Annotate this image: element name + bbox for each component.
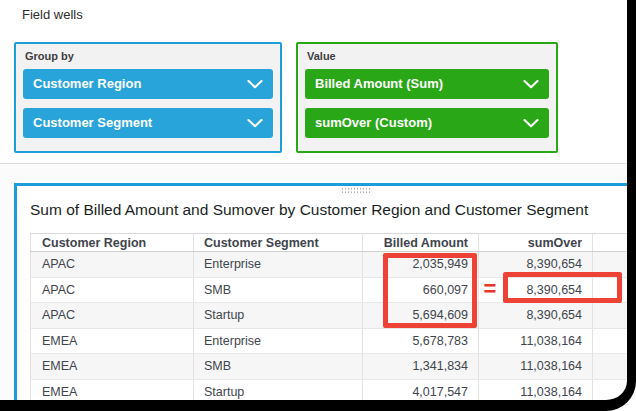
table-cell: 4,017,547	[363, 379, 479, 405]
field-pill-sumover[interactable]: sumOver (Custom)	[305, 108, 549, 138]
column-header-filler	[593, 234, 629, 252]
column-header-sumover[interactable]: sumOver	[479, 234, 593, 252]
field-pill-label: Customer Segment	[33, 115, 152, 130]
column-header-billed-amount[interactable]: Billed Amount	[363, 234, 479, 252]
table-cell: APAC	[31, 252, 194, 278]
annotation-box-sumover-value	[503, 272, 622, 303]
table-cell-filler	[593, 328, 629, 354]
table-cell: APAC	[31, 277, 194, 303]
table-cell: EMEA	[31, 328, 194, 354]
table-row: EMEASMB1,341,83411,038,164	[31, 354, 629, 380]
field-pill-billed-amount[interactable]: Billed Amount (Sum)	[305, 69, 549, 99]
field-pill-label: sumOver (Custom)	[315, 115, 432, 130]
chevron-down-icon	[523, 119, 539, 128]
table-cell: SMB	[194, 277, 363, 303]
value-field-well: Value Billed Amount (Sum) sumOver (Custo…	[296, 42, 558, 153]
table-cell-filler	[593, 354, 629, 380]
table-cell: Startup	[194, 303, 363, 329]
table-row: APACStartup5,694,6098,390,654	[31, 303, 629, 329]
group-by-field-well: Group by Customer Region Customer Segmen…	[14, 42, 282, 153]
visual-title: Sum of Billed Amount and Sumover by Cust…	[30, 201, 588, 219]
table-cell: SMB	[194, 354, 363, 380]
table-cell: 11,038,164	[479, 379, 593, 405]
chevron-down-icon	[247, 119, 263, 128]
chevron-down-icon	[247, 80, 263, 89]
annotation-box-billed-amounts	[383, 253, 477, 328]
table-cell: Startup	[194, 379, 363, 405]
table-cell: EMEA	[31, 379, 194, 405]
table-cell: 5,678,783	[363, 328, 479, 354]
table-cell: Enterprise	[194, 328, 363, 354]
chevron-down-icon	[523, 80, 539, 89]
table-cell: EMEA	[31, 354, 194, 380]
data-table: Customer Region Customer Segment Billed …	[30, 233, 629, 405]
table-cell: 1,341,834	[363, 354, 479, 380]
table-cell: APAC	[31, 303, 194, 329]
drag-handle-icon[interactable]	[341, 187, 371, 194]
field-pill-customer-segment[interactable]: Customer Segment	[23, 108, 273, 138]
table-cell-filler	[593, 379, 629, 405]
table-cell: Enterprise	[194, 252, 363, 278]
field-pill-label: Customer Region	[33, 76, 141, 91]
annotation-equals: =	[476, 276, 504, 302]
group-by-label: Group by	[25, 50, 271, 63]
table-header-row: Customer Region Customer Segment Billed …	[31, 234, 629, 252]
table-row: EMEAStartup4,017,54711,038,164	[31, 379, 629, 405]
field-wells-heading: Field wells	[22, 7, 83, 22]
column-header-customer-region[interactable]: Customer Region	[31, 234, 194, 252]
table-cell: 8,390,654	[479, 303, 593, 329]
table-cell: 11,038,164	[479, 354, 593, 380]
quicksight-field-wells-screen: Field wells Group by Customer Region Cus…	[0, 0, 636, 411]
field-pill-customer-region[interactable]: Customer Region	[23, 69, 273, 99]
table-row: EMEAEnterprise5,678,78311,038,164	[31, 328, 629, 354]
column-header-customer-segment[interactable]: Customer Segment	[194, 234, 363, 252]
field-pill-label: Billed Amount (Sum)	[315, 76, 443, 91]
table-cell-filler	[593, 303, 629, 329]
table-cell: 11,038,164	[479, 328, 593, 354]
value-label: Value	[307, 50, 547, 63]
